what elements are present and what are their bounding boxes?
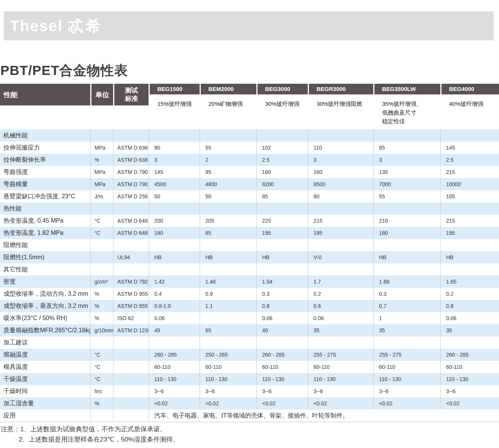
value-cell: 110 - 130 (308, 373, 373, 385)
unit-cell: % (90, 312, 113, 324)
value-cell (440, 336, 499, 349)
value-cell (373, 336, 440, 349)
value-cell: 10000 (440, 178, 499, 190)
value-cell: <0.02 (373, 397, 440, 410)
value-cell: 4500 (149, 178, 200, 190)
value-cell: 85 (256, 190, 308, 202)
value-cell: HB (373, 251, 440, 263)
brand-name: Thesel (10, 18, 63, 34)
property-label: 成型收缩率，垂直方向, 3.2 mm (0, 300, 90, 312)
data-row: 阻燃性(1.5mm)UL94HBHBHBV-0HBHB (0, 251, 499, 263)
value-cell (200, 202, 256, 215)
value-cell: 3 (373, 154, 440, 166)
value-cell (200, 239, 256, 251)
section-label: 加工建议 (0, 336, 90, 349)
grade-name: BEGR3000 (309, 84, 373, 94)
col-header-grade-beg3000: BEG3000 30%玻纤增强 (256, 84, 308, 129)
value-cell: <0.02 (256, 397, 308, 410)
value-cell: 3--6 (373, 385, 440, 397)
footnote-line-1: 注意：1、上述数据为试验典型值，不作为正式质保承诺。 (1, 424, 179, 434)
value-cell: 0.4 (149, 288, 200, 300)
value-cell: 95 (200, 166, 256, 178)
section-row: 机械性能 (0, 129, 499, 142)
standard-cell: ASTM D 638 (113, 142, 149, 154)
data-row: 干燥温度°C110 - 130110 - 130110 - 130110 - 1… (0, 373, 499, 385)
value-cell: 160 (308, 166, 373, 178)
standard-cell (113, 336, 149, 349)
data-row: 拉伸断裂伸长率%ASTM D 638322.5332.5 (0, 154, 499, 166)
value-cell (440, 239, 499, 251)
property-label: 应用 (0, 410, 90, 422)
standard-cell: ASTM D 638 (113, 154, 149, 166)
data-row: 熔融温度°C260 - 285250 - 265260 - 285255 - 2… (0, 349, 499, 361)
property-label: 悬臂梁缺口冲击强度, 23°C (0, 190, 90, 202)
value-cell: 185 (308, 227, 373, 239)
property-label: 熔融温度 (0, 349, 90, 361)
value-cell: <0.02 (200, 397, 256, 410)
value-cell: 195 (256, 227, 308, 239)
value-cell (256, 239, 308, 251)
value-cell (256, 336, 308, 349)
value-cell: 3--6 (308, 385, 373, 397)
value-cell: 35 (308, 324, 373, 336)
value-cell: 215 (308, 215, 373, 227)
value-cell: 40 (256, 324, 308, 336)
value-cell: 1.65 (440, 276, 499, 288)
value-cell: 0.8 (256, 300, 308, 312)
value-cell: 8500 (308, 178, 373, 190)
standard-cell: ASTM D 1238 (113, 324, 149, 336)
value-cell: HB (256, 251, 308, 263)
value-cell (200, 312, 256, 324)
value-cell (256, 202, 308, 215)
value-cell (149, 202, 200, 215)
value-cell (373, 263, 440, 276)
value-cell: 55 (373, 190, 440, 202)
value-cell: 1.48 (200, 276, 256, 288)
value-cell: 3 (308, 154, 373, 166)
value-cell: 0.3 (256, 288, 308, 300)
value-cell (149, 239, 200, 251)
data-row: 成型收缩率，流动方向, 3.2 mm%ASTM D 9550.40.90.30.… (0, 288, 499, 300)
standard-cell: ASTM D 955 (113, 288, 149, 300)
value-cell: 0.8-1.0 (149, 300, 200, 312)
standard-cell: ASTM D 256 (113, 190, 149, 202)
property-label: 密度 (0, 276, 90, 288)
value-cell: 205 (200, 215, 256, 227)
value-cell (308, 263, 373, 276)
unit-cell: °C (90, 349, 113, 361)
property-label: 阻燃性(1.5mm) (0, 251, 90, 263)
value-cell: 35 (440, 324, 499, 336)
grade-name: BEM2000 (201, 84, 256, 94)
value-cell: 80 (308, 190, 373, 202)
unit-cell (90, 410, 113, 422)
value-cell: 55 (200, 142, 256, 154)
value-cell (373, 239, 440, 251)
col-header-standard-line1: 测试 (125, 87, 138, 94)
footnotes: 注意：1、上述数据为试验典型值，不作为正式质保承诺。 2、上述数据是用注塑样条在… (1, 424, 179, 445)
col-header-standard: 测试 标准 (113, 84, 149, 105)
section-label: 机械性能 (0, 129, 90, 142)
section-row: 其它性能 (0, 263, 499, 276)
value-cell: 225 (256, 215, 308, 227)
value-cell: 255 - 275 (308, 349, 373, 361)
value-cell (308, 336, 373, 349)
value-cell: 0.8 (440, 300, 499, 312)
value-cell: 65 (200, 324, 256, 336)
standard-cell (113, 263, 149, 276)
section-row: 加工建议 (0, 336, 499, 349)
value-cell: 90 (149, 142, 200, 154)
value-cell (308, 129, 373, 142)
col-header-unit: 单位 (90, 84, 113, 105)
data-row: 模具温度°C60-11060-11060-11060-11060-11060-1… (0, 361, 499, 373)
application-text: 汽车、电子电器、家电、IT等领域的壳体、骨架、接插件、叶轮等制件。 (149, 410, 499, 422)
unit-cell (90, 239, 113, 251)
value-cell: 0.2 (440, 288, 499, 300)
value-cell: 3--6 (256, 385, 308, 397)
unit-cell: MPa (90, 142, 113, 154)
value-cell (149, 336, 200, 349)
value-cell: 180 (149, 227, 200, 239)
value-cell: 180 (373, 227, 440, 239)
property-label: 模具温度 (0, 361, 90, 373)
properties-table: 性能 单位 测试 标准 BEG1500 15%玻纤增强 BEM2000 20%矿… (0, 84, 499, 422)
value-cell: 215 (440, 166, 499, 178)
